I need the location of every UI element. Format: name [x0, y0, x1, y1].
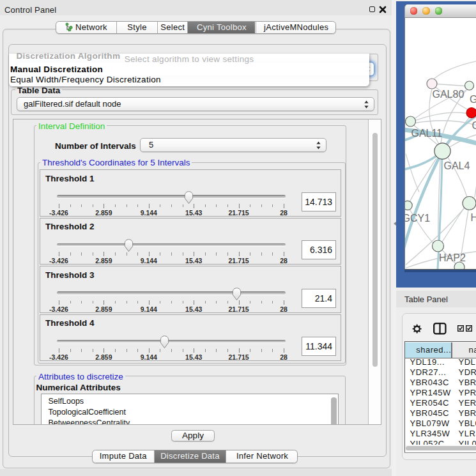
- svg-text:HAP2: HAP2: [439, 252, 466, 263]
- svg-text:GCY1: GCY1: [405, 212, 430, 223]
- svg-text:GA: GA: [470, 93, 476, 104]
- svg-text:CY: CY: [472, 119, 476, 130]
- svg-text:H: H: [471, 211, 476, 222]
- svg-text:GAL4: GAL4: [444, 160, 470, 171]
- svg-text:GAL80: GAL80: [433, 88, 464, 99]
- svg-text:GAL11: GAL11: [411, 127, 443, 138]
